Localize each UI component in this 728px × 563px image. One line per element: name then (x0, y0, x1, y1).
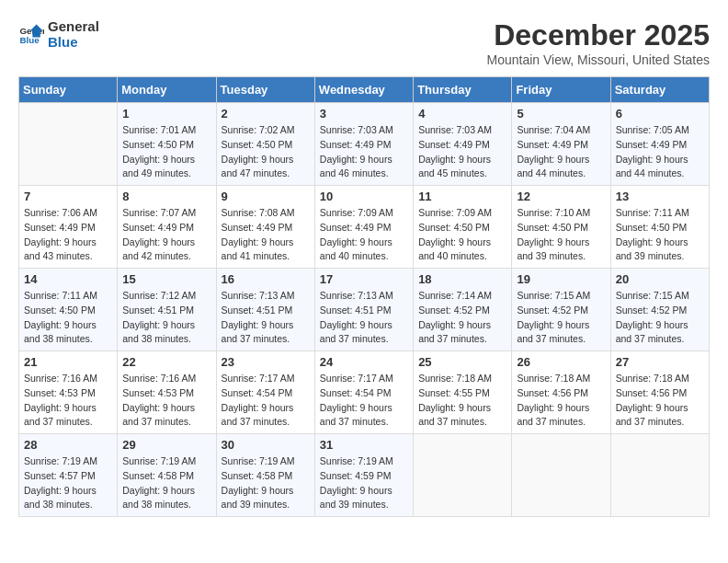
day-number: 1 (122, 107, 210, 121)
calendar-title: December 2025 (486, 18, 710, 52)
day-number: 24 (320, 355, 408, 369)
calendar-cell: 21Sunrise: 7:16 AM Sunset: 4:53 PM Dayli… (19, 351, 118, 434)
calendar-cell: 19Sunrise: 7:15 AM Sunset: 4:52 PM Dayli… (512, 269, 610, 351)
calendar-cell: 2Sunrise: 7:02 AM Sunset: 4:50 PM Daylig… (216, 103, 314, 186)
day-info: Sunrise: 7:10 AM Sunset: 4:50 PM Dayligh… (517, 206, 605, 264)
day-info: Sunrise: 7:15 AM Sunset: 4:52 PM Dayligh… (517, 289, 605, 347)
day-info: Sunrise: 7:11 AM Sunset: 4:50 PM Dayligh… (24, 289, 112, 347)
day-number: 22 (122, 355, 210, 369)
calendar-cell: 14Sunrise: 7:11 AM Sunset: 4:50 PM Dayli… (19, 269, 118, 351)
day-info: Sunrise: 7:19 AM Sunset: 4:57 PM Dayligh… (24, 454, 112, 512)
calendar-cell: 29Sunrise: 7:19 AM Sunset: 4:58 PM Dayli… (118, 434, 216, 517)
day-number: 17 (320, 272, 408, 286)
calendar-cell: 25Sunrise: 7:18 AM Sunset: 4:55 PM Dayli… (414, 351, 512, 434)
day-number: 6 (616, 107, 704, 121)
day-info: Sunrise: 7:04 AM Sunset: 4:49 PM Dayligh… (517, 123, 605, 181)
day-number: 23 (222, 355, 310, 369)
calendar-cell: 10Sunrise: 7:09 AM Sunset: 4:49 PM Dayli… (314, 186, 413, 269)
header-friday: Friday (512, 77, 610, 103)
day-number: 9 (222, 190, 310, 203)
calendar-cell: 13Sunrise: 7:11 AM Sunset: 4:50 PM Dayli… (610, 186, 709, 269)
calendar-cell: 20Sunrise: 7:15 AM Sunset: 4:52 PM Dayli… (610, 269, 709, 351)
calendar-cell (610, 434, 709, 517)
logo: General Blue General Blue (18, 18, 99, 50)
day-number: 19 (517, 272, 605, 286)
day-info: Sunrise: 7:12 AM Sunset: 4:51 PM Dayligh… (122, 289, 210, 347)
day-number: 26 (517, 355, 605, 369)
calendar-cell: 1Sunrise: 7:01 AM Sunset: 4:50 PM Daylig… (118, 103, 216, 186)
calendar-cell: 9Sunrise: 7:08 AM Sunset: 4:49 PM Daylig… (216, 186, 314, 269)
calendar-cell: 15Sunrise: 7:12 AM Sunset: 4:51 PM Dayli… (118, 269, 216, 351)
day-info: Sunrise: 7:03 AM Sunset: 4:49 PM Dayligh… (320, 123, 408, 181)
calendar-cell: 23Sunrise: 7:17 AM Sunset: 4:54 PM Dayli… (216, 351, 314, 434)
calendar-cell: 6Sunrise: 7:05 AM Sunset: 4:49 PM Daylig… (610, 103, 709, 186)
calendar-week-row: 14Sunrise: 7:11 AM Sunset: 4:50 PM Dayli… (19, 269, 710, 351)
calendar-cell: 24Sunrise: 7:17 AM Sunset: 4:54 PM Dayli… (314, 351, 413, 434)
day-number: 28 (24, 438, 112, 452)
day-info: Sunrise: 7:16 AM Sunset: 4:53 PM Dayligh… (24, 372, 112, 430)
calendar-cell: 27Sunrise: 7:18 AM Sunset: 4:56 PM Dayli… (610, 351, 709, 434)
day-number: 15 (122, 272, 210, 286)
day-number: 29 (122, 438, 210, 452)
day-number: 30 (222, 438, 310, 452)
day-number: 16 (222, 272, 310, 286)
day-number: 20 (616, 272, 704, 286)
calendar-cell (19, 103, 118, 186)
day-info: Sunrise: 7:13 AM Sunset: 4:51 PM Dayligh… (222, 289, 310, 347)
day-info: Sunrise: 7:17 AM Sunset: 4:54 PM Dayligh… (320, 372, 408, 430)
day-info: Sunrise: 7:11 AM Sunset: 4:50 PM Dayligh… (616, 206, 704, 264)
header-wednesday: Wednesday (314, 77, 413, 103)
day-info: Sunrise: 7:18 AM Sunset: 4:55 PM Dayligh… (418, 372, 506, 430)
header-monday: Monday (118, 77, 216, 103)
day-info: Sunrise: 7:14 AM Sunset: 4:52 PM Dayligh… (418, 289, 506, 347)
calendar-week-row: 7Sunrise: 7:06 AM Sunset: 4:49 PM Daylig… (19, 186, 710, 269)
calendar-subtitle: Mountain View, Missouri, United States (486, 52, 710, 67)
logo-icon: General Blue (18, 21, 44, 47)
day-number: 21 (24, 355, 112, 369)
calendar-cell (512, 434, 610, 517)
calendar-week-row: 1Sunrise: 7:01 AM Sunset: 4:50 PM Daylig… (19, 103, 710, 186)
day-number: 8 (122, 190, 210, 203)
calendar-cell: 7Sunrise: 7:06 AM Sunset: 4:49 PM Daylig… (19, 186, 118, 269)
calendar-week-row: 21Sunrise: 7:16 AM Sunset: 4:53 PM Dayli… (19, 351, 710, 434)
day-number: 10 (320, 190, 408, 203)
calendar-cell: 22Sunrise: 7:16 AM Sunset: 4:53 PM Dayli… (118, 351, 216, 434)
day-info: Sunrise: 7:09 AM Sunset: 4:50 PM Dayligh… (418, 206, 506, 264)
day-number: 13 (616, 190, 704, 203)
header-sunday: Sunday (19, 77, 118, 103)
day-info: Sunrise: 7:19 AM Sunset: 4:58 PM Dayligh… (122, 454, 210, 512)
day-info: Sunrise: 7:13 AM Sunset: 4:51 PM Dayligh… (320, 289, 408, 347)
calendar-cell: 16Sunrise: 7:13 AM Sunset: 4:51 PM Dayli… (216, 269, 314, 351)
calendar-cell: 11Sunrise: 7:09 AM Sunset: 4:50 PM Dayli… (414, 186, 512, 269)
day-info: Sunrise: 7:19 AM Sunset: 4:58 PM Dayligh… (222, 454, 310, 512)
day-number: 5 (517, 107, 605, 121)
day-info: Sunrise: 7:06 AM Sunset: 4:49 PM Dayligh… (24, 206, 112, 264)
calendar-cell: 4Sunrise: 7:03 AM Sunset: 4:49 PM Daylig… (414, 103, 512, 186)
day-number: 18 (418, 272, 506, 286)
day-info: Sunrise: 7:03 AM Sunset: 4:49 PM Dayligh… (418, 123, 506, 181)
calendar-cell: 17Sunrise: 7:13 AM Sunset: 4:51 PM Dayli… (314, 269, 413, 351)
day-info: Sunrise: 7:05 AM Sunset: 4:49 PM Dayligh… (616, 123, 704, 181)
day-info: Sunrise: 7:18 AM Sunset: 4:56 PM Dayligh… (616, 372, 704, 430)
calendar-cell: 30Sunrise: 7:19 AM Sunset: 4:58 PM Dayli… (216, 434, 314, 517)
calendar-cell: 8Sunrise: 7:07 AM Sunset: 4:49 PM Daylig… (118, 186, 216, 269)
day-info: Sunrise: 7:18 AM Sunset: 4:56 PM Dayligh… (517, 372, 605, 430)
calendar-cell: 5Sunrise: 7:04 AM Sunset: 4:49 PM Daylig… (512, 103, 610, 186)
day-info: Sunrise: 7:09 AM Sunset: 4:49 PM Dayligh… (320, 206, 408, 264)
calendar-week-row: 28Sunrise: 7:19 AM Sunset: 4:57 PM Dayli… (19, 434, 710, 517)
calendar-cell (414, 434, 512, 517)
day-number: 25 (418, 355, 506, 369)
day-info: Sunrise: 7:08 AM Sunset: 4:49 PM Dayligh… (222, 206, 310, 264)
header-tuesday: Tuesday (216, 77, 314, 103)
calendar-cell: 31Sunrise: 7:19 AM Sunset: 4:59 PM Dayli… (314, 434, 413, 517)
day-number: 31 (320, 438, 408, 452)
logo-text-line1: General (48, 18, 99, 34)
page-header: General Blue General Blue December 2025 … (18, 18, 710, 67)
day-info: Sunrise: 7:01 AM Sunset: 4:50 PM Dayligh… (122, 123, 210, 181)
day-number: 11 (418, 190, 506, 203)
day-number: 12 (517, 190, 605, 203)
day-info: Sunrise: 7:17 AM Sunset: 4:54 PM Dayligh… (222, 372, 310, 430)
calendar-cell: 26Sunrise: 7:18 AM Sunset: 4:56 PM Dayli… (512, 351, 610, 434)
calendar-cell: 28Sunrise: 7:19 AM Sunset: 4:57 PM Dayli… (19, 434, 118, 517)
header-thursday: Thursday (414, 77, 512, 103)
